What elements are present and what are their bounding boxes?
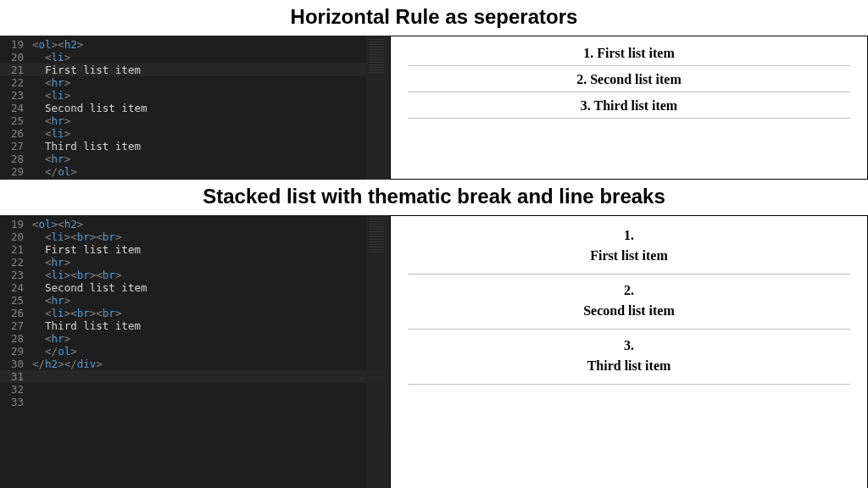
example-row-1: 19 20 21 22 23 24 25 26 27 28 29 30 <ol>…: [0, 36, 868, 180]
horizontal-rule: [408, 92, 850, 92]
horizontal-rule: [408, 65, 850, 66]
code-content[interactable]: <ol><h2> <li> First list item <hr> <li> …: [29, 36, 390, 180]
list-item-text: First list item: [408, 245, 850, 272]
list-item-text: Second list item: [408, 300, 850, 327]
example-row-2: 19 20 21 22 23 24 25 26 27 28 29 30 31 3…: [0, 215, 868, 488]
code-editor-1[interactable]: 19 20 21 22 23 24 25 26 27 28 29 30 <ol>…: [0, 36, 390, 180]
list-item-number: 2.: [408, 278, 850, 300]
list-item-number: 1.: [408, 223, 850, 245]
heading-1: Horizontal Rule as seperators: [0, 0, 868, 36]
list-item-text: Third list item: [408, 355, 850, 382]
code-content[interactable]: <ol><h2> <li><br><br> First list item <h…: [29, 215, 390, 488]
horizontal-rule: [408, 384, 850, 385]
list-item: 1. First list item: [408, 43, 850, 64]
horizontal-rule: [408, 118, 850, 119]
render-output-1: 1. First list item2. Second list item3. …: [390, 36, 868, 180]
list-item: 3. Third list item: [408, 96, 850, 116]
horizontal-rule: [408, 329, 850, 330]
render-output-2: 1.First list item2.Second list item3.Thi…: [390, 215, 868, 488]
heading-2: Stacked list with thematic break and lin…: [0, 180, 868, 215]
code-editor-2[interactable]: 19 20 21 22 23 24 25 26 27 28 29 30 31 3…: [0, 215, 390, 488]
list-item-number: 3.: [408, 333, 850, 355]
horizontal-rule: [408, 274, 850, 274]
line-number-gutter: 19 20 21 22 23 24 25 26 27 28 29 30 31 3…: [0, 215, 29, 488]
line-number-gutter: 19 20 21 22 23 24 25 26 27 28 29 30: [0, 36, 29, 180]
list-item: 2. Second list item: [408, 69, 850, 90]
